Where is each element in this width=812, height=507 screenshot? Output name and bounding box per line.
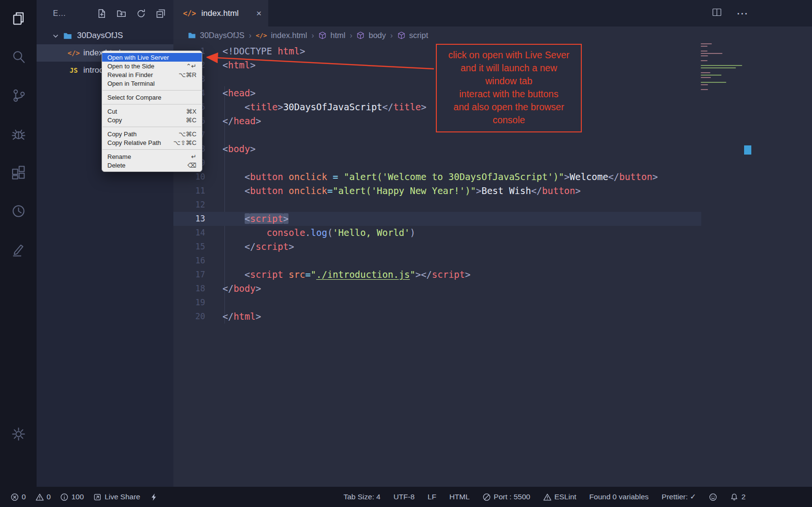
menu-item-shortcut: ⌘X: [186, 108, 196, 115]
activity-bar-item-feedback[interactable]: [0, 231, 37, 270]
tree-item-label: 30DaysOfJS: [77, 31, 123, 40]
menu-item-copy[interactable]: Copy⌘C: [102, 116, 202, 124]
code-text: <head>: [223, 86, 256, 100]
minimap-line: [701, 79, 745, 80]
breadcrumb-item-body[interactable]: body: [356, 31, 386, 40]
collapse-all-icon[interactable]: [156, 9, 166, 18]
menu-item-open-with-live-server[interactable]: Open with Live Server: [102, 53, 202, 62]
annotation-line: and also open the browser: [439, 101, 579, 114]
status-label: 0: [22, 493, 26, 501]
minimap-line: [701, 87, 745, 88]
menu-item-label: Delete: [107, 162, 126, 169]
html-file-icon: </>: [183, 9, 196, 18]
activity-bar-item-settings[interactable]: [0, 416, 37, 454]
status-100[interactable]: 100: [60, 493, 84, 501]
smiley-icon: [709, 493, 717, 501]
menu-item-reveal-in-finder[interactable]: Reveal in Finder⌥⌘R: [102, 70, 202, 79]
status-prettier[interactable]: Prettier: ✓: [662, 493, 696, 501]
code-line-18: 18</body>: [173, 282, 812, 296]
menu-item-open-in-terminal[interactable]: Open in Terminal: [102, 79, 202, 88]
cube-icon: [397, 31, 406, 39]
menu-separator: [103, 149, 201, 150]
activity-bar-item-source-control[interactable]: [0, 77, 37, 116]
minimap-line: [701, 72, 710, 73]
status-live-share[interactable]: Live Share: [93, 493, 140, 501]
code-text: <script>: [223, 212, 288, 226]
status-2[interactable]: 2: [730, 493, 746, 501]
status-0[interactable]: 0: [11, 493, 26, 501]
menu-item-delete[interactable]: Delete⌫: [102, 161, 202, 169]
bell-icon: [730, 493, 738, 501]
menu-item-select-for-compare[interactable]: Select for Compare: [102, 93, 202, 102]
status-utf-8[interactable]: UTF-8: [393, 493, 415, 501]
status-label: LF: [428, 493, 436, 501]
line-number: 14: [173, 226, 205, 240]
status-bar: 00100Live Share Tab Size: 4UTF-8LFHTMLPo…: [0, 487, 812, 507]
activity-bar-item-search[interactable]: [0, 39, 37, 77]
minimap-line: [701, 51, 707, 52]
breadcrumb-separator: ›: [249, 31, 251, 40]
status-tab-size-4[interactable]: Tab Size: 4: [343, 493, 380, 501]
minimap-line: [701, 53, 722, 54]
code-line-11: 11 <button onclick="alert('Happy New Yea…: [173, 184, 812, 198]
code-icon: </>: [256, 32, 267, 39]
settings-icon: [11, 426, 26, 444]
new-file-icon[interactable]: [97, 9, 106, 18]
split-editor-icon[interactable]: [712, 7, 722, 19]
minimap-line: [701, 82, 726, 83]
status-html[interactable]: HTML: [449, 493, 470, 501]
status-found-0-variables[interactable]: Found 0 variables: [589, 493, 649, 501]
code-text: </body>: [223, 282, 261, 296]
breadcrumb-item-html[interactable]: html: [318, 31, 345, 40]
menu-item-label: Copy Path: [107, 130, 137, 138]
js-file-icon: JS: [68, 66, 79, 74]
status-lf[interactable]: LF: [428, 493, 436, 501]
annotation-box: click on open with Live Severand it will…: [436, 44, 582, 132]
code-text: <button onclick="alert('Happy New Year!'…: [223, 184, 581, 198]
menu-item-copy-relative-path[interactable]: Copy Relative Path⌥⇧⌘C: [102, 138, 202, 147]
menu-item-copy-path[interactable]: Copy Path⌥⌘C: [102, 130, 202, 138]
warning-icon: [543, 493, 551, 501]
cube-icon: [318, 31, 327, 39]
more-actions-icon[interactable]: ⋯: [736, 7, 748, 20]
close-tab-icon[interactable]: ×: [256, 8, 262, 19]
breadcrumb-item-script[interactable]: script: [397, 31, 428, 40]
minimap-line: [701, 60, 707, 61]
bolt-icon: [150, 493, 158, 501]
status-label: 0: [47, 493, 51, 501]
menu-item-cut[interactable]: Cut⌘X: [102, 107, 202, 116]
status-port-5500[interactable]: Port : 5500: [483, 493, 530, 501]
minimap-line: [701, 84, 708, 85]
activity-bar-item-debug[interactable]: [0, 116, 37, 154]
activity-bar-item-extensions[interactable]: [0, 154, 37, 193]
tree-item-30DaysOfJS[interactable]: 30DaysOfJS: [37, 27, 173, 44]
new-folder-icon[interactable]: [117, 9, 126, 18]
tab-index-html[interactable]: </>index.html×: [173, 0, 268, 26]
breadcrumb-label: script: [409, 31, 428, 40]
status-eslint[interactable]: ESLint: [543, 493, 576, 501]
chevron-down-icon: [52, 32, 59, 39]
minimap[interactable]: [701, 43, 745, 91]
status-bolt[interactable]: [150, 493, 158, 501]
code-line-13: 13 <script>: [173, 212, 812, 226]
menu-item-shortcut: ⌥⌘C: [179, 130, 196, 138]
search-icon: [11, 49, 26, 67]
vscode-window: E… 30DaysOfJS</>index.htmlJSintroduction…: [0, 0, 812, 507]
breadcrumb-item-30DaysOfJS[interactable]: 30DaysOfJS: [188, 31, 245, 40]
menu-item-shortcut: ⌥⇧⌘C: [173, 139, 196, 146]
breadcrumb-separator: ›: [350, 31, 352, 40]
code-text: <html>: [223, 58, 256, 72]
activity-bar-item-timeline[interactable]: [0, 193, 37, 231]
minimap-line: [701, 46, 707, 47]
status-smiley[interactable]: [709, 493, 717, 501]
menu-item-label: Open in Terminal: [107, 80, 155, 87]
activity-bar-item-explorer[interactable]: [0, 0, 37, 39]
status-0[interactable]: 0: [36, 493, 51, 501]
refresh-icon[interactable]: [136, 9, 146, 18]
error-icon: [11, 493, 19, 501]
feedback-icon: [11, 242, 26, 260]
breadcrumb-item-index-html[interactable]: </>index.html: [256, 31, 307, 40]
menu-item-open-to-the-side[interactable]: Open to the Side⌃↵: [102, 62, 202, 70]
menu-item-rename[interactable]: Rename↵: [102, 152, 202, 161]
menu-item-shortcut: ⌫: [188, 162, 196, 169]
